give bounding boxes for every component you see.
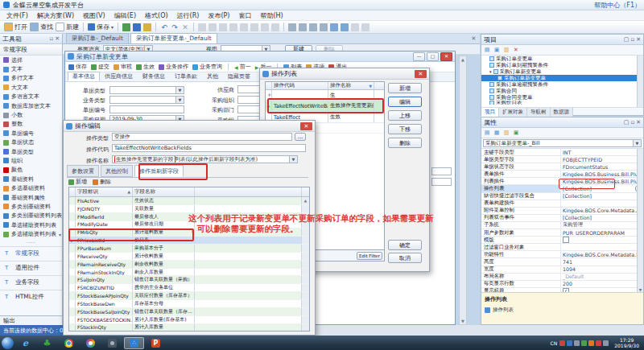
scroll-track[interactable] bbox=[302, 269, 309, 276]
pin-icon[interactable]: ▫ bbox=[630, 36, 634, 43]
toolbox-item[interactable]: 选择 bbox=[0, 56, 62, 64]
property-row[interactable]: 单据状态字段FDocumentStatus bbox=[481, 163, 643, 171]
form-toolbar-button[interactable]: 审核 bbox=[114, 63, 132, 71]
toolbar-icon[interactable] bbox=[341, 23, 349, 31]
document-tab[interactable]: 采购订单-_Default bbox=[66, 33, 129, 43]
close-icon[interactable]: ✕ bbox=[636, 36, 641, 43]
scroll-track[interactable] bbox=[302, 300, 309, 307]
field-row[interactable]: FIsActive生效状态▲ bbox=[69, 197, 309, 205]
filter-cell[interactable]: 生 bbox=[328, 90, 374, 100]
tree-item[interactable]: 采购价目表 bbox=[481, 101, 643, 105]
toolbar-icon[interactable] bbox=[361, 23, 369, 31]
menu-item[interactable]: 解决方案(W) bbox=[37, 11, 74, 20]
properties-toolbar-icon[interactable]: ▤ bbox=[484, 130, 490, 136]
vault-icon[interactable] bbox=[102, 337, 122, 349]
form-field[interactable] bbox=[431, 167, 452, 175]
property-row[interactable]: 子系统采购管理 bbox=[481, 222, 643, 229]
scroll-track[interactable] bbox=[302, 292, 309, 299]
float-icon[interactable]: ▢ bbox=[624, 36, 630, 43]
field-row[interactable]: FModifierId最后修改人 bbox=[69, 213, 309, 221]
property-row[interactable]: 操作列表[Collection]... bbox=[481, 185, 643, 192]
document-tab[interactable]: 采购订单新变更单-_Default bbox=[130, 33, 217, 43]
scroll-track[interactable] bbox=[302, 237, 309, 244]
operation-type-field[interactable]: 空操作 bbox=[112, 133, 292, 141]
toolbar-icon[interactable] bbox=[261, 23, 269, 31]
scroll-track[interactable] bbox=[302, 253, 309, 260]
form-tab[interactable]: 订单条款 bbox=[170, 72, 202, 81]
cancel-button[interactable]: 取消 bbox=[388, 253, 422, 263]
panel-tab[interactable]: 数据源 bbox=[551, 108, 574, 117]
close-icon[interactable]: ✕ bbox=[440, 52, 452, 61]
tree-item[interactable]: 采购订单变更单 bbox=[481, 56, 643, 62]
close-icon[interactable]: ✕ bbox=[415, 70, 427, 78]
operation-code-field[interactable]: TakeEffectNotWriteBackFields bbox=[112, 144, 306, 152]
form-field[interactable] bbox=[109, 105, 184, 113]
toolbar-icon[interactable] bbox=[351, 23, 359, 31]
tray-icon[interactable] bbox=[581, 340, 587, 346]
form-toolbar-button[interactable]: 提交 bbox=[91, 63, 109, 71]
tray-icon[interactable] bbox=[567, 340, 572, 346]
move-up-button[interactable]: 上移 bbox=[388, 110, 422, 121]
menu-item[interactable]: 视图(V) bbox=[83, 11, 105, 20]
form-toolbar-button[interactable]: ◀前一 bbox=[234, 63, 251, 71]
open-button[interactable]: 打开 bbox=[4, 23, 27, 31]
scroll-up-icon[interactable]: ▲ bbox=[461, 57, 464, 62]
toolbox-item[interactable]: 单据状态 bbox=[0, 138, 62, 147]
expand-icon[interactable]: ▾ bbox=[489, 69, 492, 74]
vertical-scrollbar[interactable] bbox=[637, 56, 643, 107]
form-toolbar-button[interactable]: 生效 bbox=[136, 63, 155, 71]
field-row[interactable]: FRemainReceiveQty剩余收料数量 bbox=[69, 261, 309, 269]
form-toolbar-button[interactable]: 业务查询 bbox=[192, 63, 222, 71]
form-field[interactable]: ▼ bbox=[109, 96, 184, 104]
toolbox-category[interactable]: T通用控件 bbox=[0, 261, 62, 275]
toolbox-item[interactable]: 多类别基础资料 bbox=[0, 202, 62, 211]
object-selector[interactable]: 采购订单新变更单-_Bill ▼ bbox=[483, 139, 642, 147]
menu-item[interactable]: 帮助(H) bbox=[260, 11, 283, 20]
property-row[interactable]: 每页显示行数200 bbox=[481, 281, 643, 288]
move-down-button[interactable]: 下移 bbox=[388, 124, 422, 134]
property-row[interactable]: 功能特性Kingdee.BOS.Core.Metadata.FormEle... bbox=[481, 251, 643, 258]
scroll-track[interactable] bbox=[302, 284, 309, 291]
minimize-icon[interactable]: — bbox=[413, 52, 425, 61]
scroll-track[interactable] bbox=[302, 261, 309, 268]
toolbar-icon[interactable] bbox=[208, 23, 217, 31]
property-row[interactable]: 列表插件Kingdee.BOS.Business.Bill.PlugIn.Bus… bbox=[481, 178, 643, 185]
field-row[interactable]: FStockBaseAPJoinQty关联应付数量（库存基本） bbox=[69, 292, 309, 300]
chrome-icon[interactable] bbox=[59, 337, 79, 349]
toolbox-item[interactable]: 单据类型 bbox=[0, 147, 62, 156]
field-row[interactable]: FStockBaseSalJoinQty销售订单关联数量（库存... bbox=[69, 308, 309, 316]
property-row[interactable]: 显示标题✓ bbox=[481, 288, 643, 292]
dialog-tab[interactable]: 参数设置 bbox=[67, 165, 99, 177]
scroll-track[interactable] bbox=[302, 324, 309, 331]
toolbox-item[interactable]: 大文本 bbox=[0, 83, 62, 92]
tree-item[interactable]: 采购合同变更单 bbox=[481, 94, 643, 101]
field-row[interactable]: FRemainStockInQty剩余入库数量 bbox=[69, 269, 309, 277]
field-row[interactable]: ▸FPriceListId价目表 bbox=[69, 237, 309, 245]
scroll-track[interactable] bbox=[302, 276, 309, 283]
kingdee-icon[interactable]: ∴ bbox=[124, 337, 144, 349]
properties-toolbar-icon[interactable]: ▥ bbox=[503, 130, 510, 136]
property-row[interactable]: 附件菜单控制Kingdee.BOS.Core.Metadata.Attach..… bbox=[481, 208, 643, 215]
menu-item[interactable]: 发布(P) bbox=[208, 11, 229, 20]
menu-item[interactable]: 文件(F) bbox=[6, 11, 28, 20]
operation-name-field[interactable]: 生效操作无需更新的字段 列表(以此操作后刷新字段列表为准) ▼ bbox=[112, 155, 298, 163]
maximize-icon[interactable]: ▢ bbox=[427, 52, 439, 61]
toolbox-item[interactable]: 多行文本 bbox=[0, 74, 62, 83]
input-language-indicator[interactable]: CN bbox=[551, 340, 558, 346]
dialog-tab[interactable]: 其他控制 bbox=[101, 165, 133, 177]
property-row[interactable]: 用户参数对象PUR_USERORDERPARAM bbox=[481, 229, 643, 237]
wheel-icon[interactable] bbox=[80, 337, 101, 349]
edit-filter-button[interactable]: Edit Filter bbox=[357, 252, 382, 260]
property-row[interactable]: 宽度1094 bbox=[481, 266, 643, 274]
ppt-icon[interactable]: P bbox=[146, 337, 166, 349]
project-toolbar-icon[interactable]: ▤ bbox=[484, 47, 490, 53]
menu-item[interactable]: 运行(R) bbox=[177, 11, 200, 20]
menu-item[interactable]: 编辑(E) bbox=[114, 11, 136, 20]
form-tab[interactable]: 基本信息 bbox=[68, 72, 100, 81]
form-field[interactable] bbox=[431, 178, 452, 186]
property-row[interactable]: 布局名称_Default bbox=[481, 274, 643, 281]
toolbar-icon[interactable] bbox=[250, 23, 258, 31]
dialog-tab[interactable]: 操作后刷新字段 bbox=[134, 165, 184, 177]
close-icon[interactable]: ✕ bbox=[55, 35, 60, 42]
tray-icon[interactable] bbox=[596, 340, 601, 346]
